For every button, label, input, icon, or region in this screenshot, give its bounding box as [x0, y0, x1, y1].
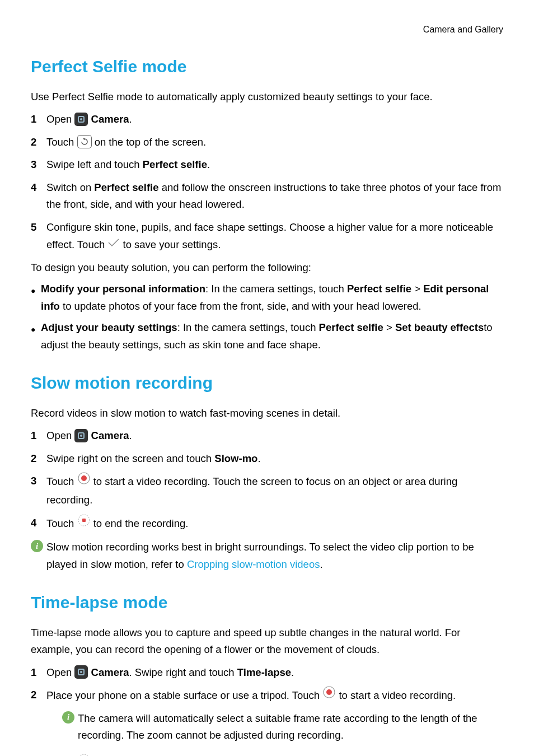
- step-item: 4 Switch on Perfect selfie and follow th…: [31, 179, 503, 213]
- step-item: 3 Touch to start a video recording. Touc…: [31, 473, 503, 508]
- info-icon: i: [31, 540, 43, 552]
- section-title-time-lapse: Time-lapse mode: [31, 589, 503, 617]
- section-title-slow-motion: Slow motion recording: [31, 369, 503, 397]
- step-item: 1 Open Camera.: [31, 427, 503, 445]
- note-text: The camera will automatically select a s…: [78, 710, 503, 744]
- step-label: Perfect selfie: [94, 181, 158, 193]
- section-intro: Record videos in slow motion to watch fa…: [31, 405, 503, 422]
- step-text: .: [257, 452, 260, 464]
- stop-icon: [77, 514, 91, 533]
- bullet-text: : In the camera settings, touch: [205, 283, 347, 295]
- step-number: 3: [31, 754, 46, 756]
- record-icon: [322, 685, 336, 704]
- section-intro: Time-lapse mode allows you to capture an…: [31, 624, 503, 659]
- bullet-label: Modify your personal information: [41, 283, 205, 295]
- step-number: 2: [31, 687, 46, 704]
- step-text: to start a video recording.: [339, 689, 456, 701]
- svg-point-5: [326, 689, 332, 695]
- step-text: .: [207, 158, 210, 170]
- step-text: to end the recording.: [93, 517, 189, 529]
- step-text: Swipe left and touch: [46, 158, 143, 170]
- check-icon: [107, 235, 120, 253]
- section-intro: Use Perfect Selfie mode to automatically…: [31, 88, 503, 106]
- step-label: Time-lapse: [237, 666, 291, 678]
- step-number: 1: [31, 111, 46, 128]
- bullet-label: Perfect selfie: [347, 283, 411, 295]
- bullet-dot: ●: [31, 319, 41, 336]
- bullet-label: Set beauty effects: [395, 321, 484, 333]
- step-item: 1 Open Camera.: [31, 111, 503, 128]
- info-note: i Slow motion recording works best in br…: [31, 539, 503, 573]
- info-icon: i: [62, 711, 74, 724]
- step-text: Open: [46, 113, 74, 125]
- steps-list: 1 Open Camera. 2 Touch on the top of the…: [31, 111, 503, 253]
- step-text: . Swipe right and touch: [129, 666, 237, 678]
- step-item: 5 Configure skin tone, pupils, and face …: [31, 219, 503, 254]
- svg-rect-3: [82, 519, 86, 522]
- step-text: to save your settings.: [123, 239, 221, 250]
- svg-point-6: [78, 754, 90, 756]
- steps-list: 1 Open Camera. Swipe right and touch Tim…: [31, 664, 503, 756]
- step-number: 2: [31, 450, 46, 468]
- bullet-text: : In the camera settings, touch: [177, 321, 319, 333]
- step-label: Camera: [91, 430, 129, 441]
- step-text: to start a video recording. Touch the sc…: [46, 475, 457, 506]
- svg-point-1: [81, 475, 87, 481]
- camera-app-icon: [74, 429, 88, 442]
- bullet-item: ● Modify your personal information: In t…: [31, 281, 503, 315]
- step-label: Camera: [91, 113, 129, 125]
- info-note: i The camera will automatically select a…: [46, 710, 503, 744]
- step-number: 2: [31, 134, 46, 151]
- body-text: To design you beauty solution, you can p…: [31, 259, 503, 277]
- step-number: 3: [31, 156, 46, 174]
- stop-icon: [77, 753, 91, 756]
- page-header: Camera and Gallery: [31, 22, 503, 37]
- step-number: 3: [31, 473, 46, 490]
- bullet-text: >: [383, 321, 395, 333]
- step-text: Switch on: [46, 181, 94, 193]
- step-text: on the top of the screen.: [95, 136, 207, 148]
- step-item: 2 Swipe right on the screen and touch Sl…: [31, 450, 503, 468]
- bullet-label: Adjust your beauty settings: [41, 321, 177, 333]
- step-text: .: [129, 113, 132, 125]
- bullet-dot: ●: [31, 281, 41, 297]
- section-title-perfect-selfie: Perfect Selfie mode: [31, 53, 503, 81]
- bullet-list: ● Modify your personal information: In t…: [31, 281, 503, 353]
- switch-camera-icon: [77, 135, 92, 148]
- step-text: .: [291, 666, 294, 678]
- step-number: 5: [31, 219, 46, 236]
- step-item: 4 Touch to end the recording.: [31, 515, 503, 534]
- step-number: 1: [31, 664, 46, 682]
- step-text: Touch: [46, 517, 77, 529]
- step-item: 2 Place your phone on a stable surface o…: [31, 687, 503, 749]
- bullet-label: Perfect selfie: [319, 321, 383, 333]
- step-item: 2 Touch on the top of the screen.: [31, 134, 503, 151]
- step-text: Place your phone on a stable surface or …: [46, 689, 322, 701]
- camera-app-icon: [74, 665, 88, 679]
- bullet-text: to update photos of your face from the f…: [60, 300, 421, 312]
- step-text: Swipe right on the screen and touch: [46, 452, 214, 464]
- step-label: Perfect selfie: [143, 158, 207, 170]
- step-text: Touch: [46, 475, 77, 487]
- step-number: 4: [31, 179, 46, 197]
- bullet-item: ● Adjust your beauty settings: In the ca…: [31, 319, 503, 353]
- step-number: 4: [31, 515, 46, 532]
- step-label: Slow-mo: [214, 452, 257, 464]
- step-text: Open: [46, 666, 74, 678]
- step-item: 1 Open Camera. Swipe right and touch Tim…: [31, 664, 503, 682]
- step-item: 3 Touch to end the recording.: [31, 754, 503, 756]
- step-text: Open: [46, 430, 74, 441]
- step-number: 1: [31, 427, 46, 445]
- bullet-text: >: [411, 283, 423, 295]
- note-text: .: [320, 558, 322, 570]
- step-text: .: [129, 430, 132, 441]
- steps-list: 1 Open Camera. 2 Swipe right on the scre…: [31, 427, 503, 533]
- record-icon: [77, 472, 91, 491]
- step-item: 3 Swipe left and touch Perfect selfie.: [31, 156, 503, 174]
- step-text: Touch: [46, 136, 77, 148]
- step-label: Camera: [91, 666, 129, 678]
- camera-app-icon: [74, 113, 88, 126]
- link-cropping-slowmo[interactable]: Cropping slow-motion videos: [187, 558, 320, 570]
